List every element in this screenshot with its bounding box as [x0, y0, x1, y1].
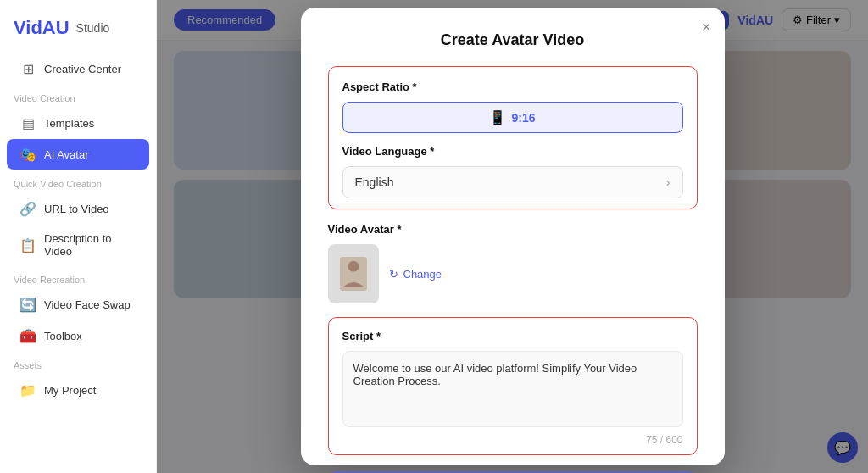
sidebar-item-toolbox[interactable]: 🧰 Toolbox: [7, 320, 149, 351]
sidebar-item-description-to-video[interactable]: 📋 Description to Video: [7, 225, 149, 265]
aspect-language-section: Aspect Ratio * 📱 9:16 Video Language * E…: [328, 66, 698, 209]
sidebar-item-label: Templates: [44, 117, 94, 130]
sidebar-item-face-swap[interactable]: 🔄 Video Face Swap: [7, 289, 149, 320]
templates-icon: ▤: [20, 115, 36, 131]
language-dropdown[interactable]: English ›: [342, 166, 683, 198]
avatar-label: Video Avatar *: [328, 223, 698, 236]
logo-area: VidAU Studio: [0, 10, 156, 53]
chevron-right-icon: ›: [666, 175, 670, 189]
sidebar-item-label: Creative Center: [44, 63, 121, 75]
modal-close-button[interactable]: ×: [702, 19, 711, 35]
change-avatar-button[interactable]: ↻ Change: [389, 268, 442, 281]
sidebar-item-templates[interactable]: ▤ Templates: [7, 108, 149, 138]
create-avatar-modal: Create Avatar Video × Aspect Ratio * 📱 9…: [301, 8, 725, 465]
avatar-section: Video Avatar * ↻ Change: [328, 223, 698, 303]
modal-title: Create Avatar Video: [328, 31, 698, 49]
section-assets: Assets: [0, 352, 156, 374]
script-label: Script *: [342, 330, 683, 342]
sidebar-item-label: Description to Video: [44, 232, 136, 258]
grid-icon: ⊞: [20, 61, 36, 76]
aspect-ratio-value: 9:16: [511, 111, 535, 125]
face-swap-icon: 🔄: [20, 297, 36, 312]
modal-overlay: Create Avatar Video × Aspect Ratio * 📱 9…: [157, 0, 868, 473]
toolbox-icon: 🧰: [20, 328, 36, 343]
sidebar-item-label: Toolbox: [44, 330, 82, 342]
studio-label: Studio: [76, 21, 110, 35]
language-label: Video Language *: [342, 145, 683, 158]
link-icon: 🔗: [20, 201, 36, 216]
refresh-icon: ↻: [389, 268, 398, 281]
sidebar-item-label: AI Avatar: [44, 148, 89, 161]
script-section: Script * Welcome to use our AI video pla…: [328, 317, 698, 455]
aspect-ratio-row: 📱 9:16: [342, 102, 683, 133]
project-icon: 📁: [20, 382, 36, 398]
script-textarea[interactable]: Welcome to use our AI video platform! Si…: [342, 351, 683, 427]
svg-point-1: [348, 261, 359, 272]
char-count: 75 / 600: [342, 434, 683, 446]
sidebar-item-ai-avatar[interactable]: 🎭 AI Avatar: [7, 139, 149, 170]
main-area: Recommended Invite to earn rewards 🪙 485…: [157, 0, 868, 473]
sidebar: VidAU Studio ⊞ Creative Center Video Cre…: [0, 0, 157, 473]
section-video-creation: Video Creation: [0, 85, 156, 107]
sidebar-item-my-project[interactable]: 📁 My Project: [7, 375, 149, 405]
language-value: English: [355, 175, 394, 189]
section-video-recreation: Video Recreation: [0, 266, 156, 288]
phone-icon: 📱: [489, 109, 506, 125]
avatar-icon: 🎭: [20, 147, 36, 162]
sidebar-item-label: My Project: [44, 384, 96, 397]
logo: VidAU: [14, 17, 70, 39]
change-label: Change: [403, 268, 442, 281]
avatar-thumbnail: [328, 244, 379, 303]
desc-icon: 📋: [20, 237, 36, 253]
sidebar-item-url-to-video[interactable]: 🔗 URL to Video: [7, 193, 149, 224]
sidebar-item-creative-center[interactable]: ⊞ Creative Center: [7, 53, 149, 84]
sidebar-item-label: URL to Video: [44, 203, 109, 215]
sidebar-item-label: Video Face Swap: [44, 298, 131, 311]
aspect-ratio-label: Aspect Ratio *: [342, 81, 683, 93]
avatar-preview: ↻ Change: [328, 244, 698, 303]
section-quick-video: Quick Video Creation: [0, 170, 156, 192]
aspect-ratio-9-16[interactable]: 📱 9:16: [342, 102, 683, 133]
